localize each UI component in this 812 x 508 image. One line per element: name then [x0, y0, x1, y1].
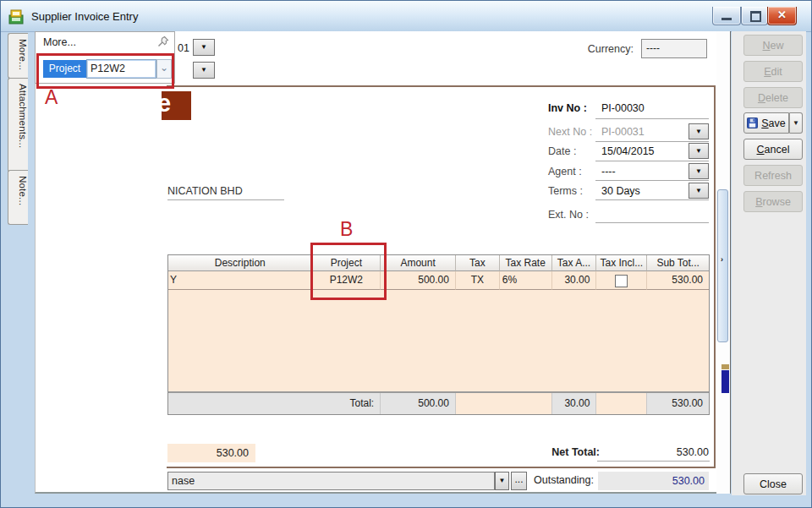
annotation-label-b: B — [340, 218, 353, 241]
scrollbar-thumb[interactable] — [717, 189, 728, 342]
cancel-button[interactable]: Cancel — [743, 139, 803, 160]
app-icon — [8, 8, 26, 25]
grid-total-row: Total: 500.00 30.00 530.00 — [168, 391, 709, 414]
side-tab-attachments[interactable]: Attachments... — [8, 78, 28, 172]
col-header-tax-rate[interactable]: Tax Rate — [500, 255, 552, 271]
grid-data-row: Y P12W2 500.00 TX 6% 30.00 530.00 — [168, 271, 709, 290]
agent-label: Agent : — [548, 166, 597, 178]
annotation-label-a: A — [45, 86, 58, 109]
cell-amount[interactable]: 500.00 — [381, 271, 456, 290]
inv-no-label: Inv No : — [548, 102, 597, 114]
dropdown-arrow-icon: ▼ — [499, 477, 506, 484]
outstanding-label: Outstanding: — [534, 474, 594, 486]
date-value[interactable]: 15/04/2015 — [601, 145, 686, 157]
col-header-amount[interactable]: Amount — [381, 255, 456, 271]
grid-header-row: Description Project Amount Tax Tax Rate … — [168, 255, 709, 271]
doc-type-dropdown-button[interactable]: ▼ — [495, 472, 509, 490]
side-tab-more[interactable]: More... — [8, 33, 28, 79]
net-total-label: Net Total: — [534, 446, 600, 458]
cell-tax-inclusive — [596, 271, 647, 290]
ellipsis-icon: ... — [514, 473, 523, 485]
secondary-dropdown-button[interactable]: ▼ — [193, 62, 215, 79]
dropdown-arrow-icon: ▼ — [793, 119, 799, 127]
tax-inclusive-checkbox[interactable] — [615, 275, 628, 287]
total-label: Total: — [168, 393, 381, 414]
grid-empty-area[interactable] — [168, 290, 709, 391]
title-bar: Supplier Invoice Entry ✕ — [1, 1, 811, 32]
scroll-marker-tan — [721, 364, 729, 369]
maximize-icon — [750, 11, 761, 22]
total-tax-amount: 30.00 — [552, 393, 597, 414]
net-total-value: 530.00 — [623, 446, 709, 458]
next-no-dropdown-button[interactable]: ▼ — [689, 123, 709, 139]
total-amount: 500.00 — [381, 393, 456, 414]
edit-button[interactable]: Edit — [743, 61, 803, 82]
terms-value[interactable]: 30 Days — [601, 185, 686, 197]
cell-description[interactable]: Y — [168, 271, 312, 290]
browse-button[interactable]: Browse — [743, 191, 803, 212]
agent-dropdown-button[interactable]: ▼ — [689, 163, 709, 179]
doc-type-browse-button[interactable]: ... — [511, 472, 527, 490]
floppy-disk-icon — [747, 117, 758, 128]
next-no-value[interactable]: PI-00031 — [601, 126, 686, 138]
col-header-tax-inclusive[interactable]: Tax Incl... — [596, 255, 647, 271]
supplier-underline — [167, 199, 284, 200]
annotation-box-a — [36, 53, 174, 89]
side-tab-note[interactable]: Note... — [8, 170, 28, 225]
col-header-sub-total[interactable]: Sub Tot... — [647, 255, 709, 271]
total-sub-total: 530.00 — [647, 393, 709, 414]
dropdown-arrow-icon: ▼ — [200, 66, 207, 74]
close-button[interactable]: Close — [743, 473, 803, 494]
ext-no-label: Ext. No : — [548, 209, 597, 221]
invoice-title-logo-partial: e — [162, 91, 191, 120]
pin-icon[interactable] — [156, 35, 170, 48]
annotation-box-b — [310, 243, 387, 300]
maximize-button[interactable] — [741, 7, 768, 25]
supplier-name-partial: NICATION BHD — [167, 185, 243, 197]
col-header-description[interactable]: Description — [168, 255, 312, 271]
terms-dropdown-button[interactable]: ▼ — [689, 183, 709, 199]
close-icon: ✕ — [768, 8, 796, 21]
window-title: Supplier Invoice Entry — [31, 10, 138, 23]
document-code-partial: 01 — [178, 42, 189, 54]
date-dropdown-button[interactable]: ▼ — [689, 143, 709, 159]
cell-tax-rate[interactable]: 6% — [500, 271, 552, 290]
cell-tax-amount[interactable]: 30.00 — [552, 271, 597, 290]
terms-label: Terms : — [548, 185, 597, 197]
col-header-tax-amount[interactable]: Tax A... — [552, 255, 597, 271]
supplier-dropdown-button[interactable]: ▼ — [193, 39, 215, 56]
col-header-tax[interactable]: Tax — [456, 255, 500, 271]
dropdown-arrow-icon: ▼ — [695, 128, 702, 135]
dropdown-arrow-icon: ▼ — [695, 187, 702, 194]
delete-button[interactable]: Delete — [743, 87, 803, 108]
close-window-button[interactable]: ✕ — [767, 7, 797, 25]
agent-value[interactable]: ---- — [601, 166, 686, 178]
invoice-items-grid: Description Project Amount Tax Tax Rate … — [167, 254, 710, 415]
next-no-label: Next No : — [548, 126, 597, 138]
currency-field[interactable]: ---- — [641, 39, 707, 58]
currency-label: Currency: — [559, 43, 634, 55]
document-type-combo[interactable]: nase — [167, 472, 495, 490]
splitter-expand-icon[interactable]: › — [721, 255, 723, 264]
scroll-marker-navy[interactable] — [721, 370, 729, 393]
date-label: Date : — [548, 145, 597, 157]
dropdown-arrow-icon: ▼ — [695, 147, 702, 155]
refresh-button[interactable]: Refresh — [743, 165, 803, 186]
dropdown-arrow-icon: ▼ — [695, 167, 702, 175]
inv-no-value: PI-00030 — [601, 102, 686, 114]
outstanding-value: 530.00 — [598, 472, 709, 490]
more-panel-title: More... — [43, 36, 76, 48]
minimize-button[interactable] — [712, 7, 741, 25]
save-dropdown-button[interactable]: ▼ — [789, 112, 803, 134]
cell-sub-total[interactable]: 530.00 — [647, 271, 709, 290]
cell-tax[interactable]: TX — [456, 271, 500, 290]
supplier-invoice-entry-window: Supplier Invoice Entry ✕ More... Attachm… — [0, 0, 812, 508]
minimize-icon — [721, 18, 732, 20]
new-button[interactable]: New — [743, 35, 803, 56]
paid-total-cell: 530.00 — [167, 444, 255, 462]
save-button[interactable]: Save — [743, 112, 789, 134]
dropdown-arrow-icon: ▼ — [200, 43, 207, 51]
